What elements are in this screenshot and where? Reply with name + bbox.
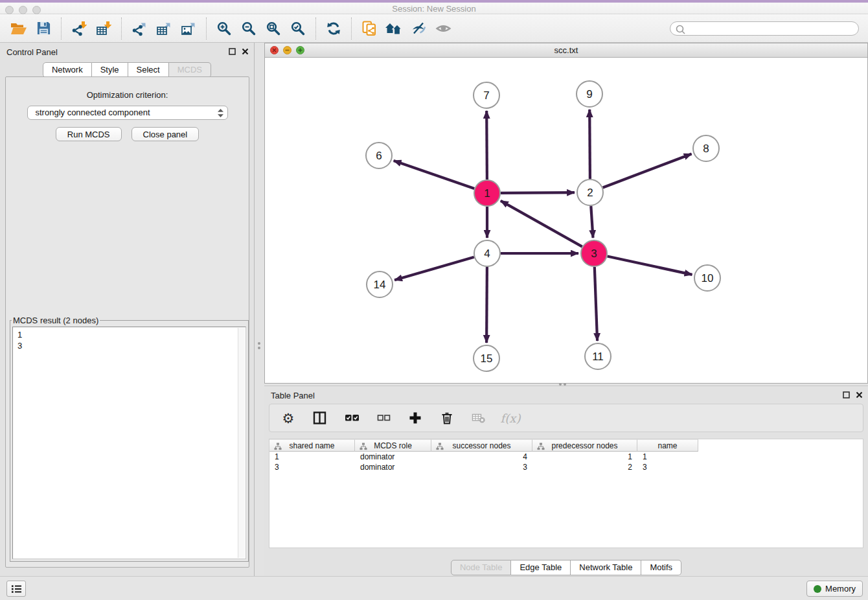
cell-name: 1 (637, 452, 698, 462)
column-tree-icon (537, 443, 545, 450)
node-3[interactable]: 3 (581, 240, 607, 266)
edge-4-15[interactable] (486, 267, 487, 343)
tab-style[interactable]: Style (92, 62, 128, 78)
tab-network-table[interactable]: Network Table (571, 560, 641, 575)
edge-1-7[interactable] (486, 111, 487, 179)
import-network-button[interactable] (67, 17, 91, 40)
edge-1-6[interactable] (394, 161, 475, 189)
zoom-fit-button[interactable] (261, 17, 286, 40)
optimization-criterion-label: Optimization criterion: (6, 90, 249, 100)
table-row[interactable]: 1dominator411 (269, 452, 863, 462)
edge-3-10[interactable] (608, 257, 692, 275)
import-table-button[interactable] (91, 17, 116, 40)
export-table-button[interactable] (152, 17, 176, 40)
node-7[interactable]: 7 (474, 82, 499, 108)
memory-label: Memory (825, 584, 856, 594)
network-canvas[interactable]: 7968124314101511 (265, 58, 867, 383)
task-history-button[interactable] (6, 581, 26, 597)
open-session-button[interactable] (6, 17, 31, 40)
control-panel-title: Control Panel (6, 47, 58, 57)
zoom-in-button[interactable] (212, 17, 236, 40)
select-all-button[interactable] (343, 408, 360, 428)
table-panel-header: Table Panel (264, 386, 868, 404)
criterion-dropdown[interactable]: strongly connected component (27, 106, 228, 120)
show-columns-button[interactable] (312, 408, 328, 428)
tab-select[interactable]: Select (128, 62, 169, 78)
node-10[interactable]: 10 (694, 265, 720, 291)
column-header-successor-nodes[interactable]: successor nodes (431, 439, 532, 452)
column-header-name[interactable]: name (637, 439, 698, 452)
save-session-button[interactable] (31, 17, 56, 40)
node-2[interactable]: 2 (577, 179, 603, 205)
show-graphics-details-button[interactable] (406, 17, 431, 40)
node-9[interactable]: 9 (577, 81, 602, 107)
network-view-window: scc.txt 7968124314101511 (264, 43, 868, 384)
tab-network[interactable]: Network (43, 62, 92, 78)
node-8[interactable]: 8 (693, 135, 719, 161)
toolbar-separator (61, 17, 62, 40)
edge-3-11[interactable] (595, 267, 597, 341)
node-label: 1 (484, 187, 490, 200)
edge-1-2[interactable] (501, 192, 575, 193)
main-toolbar (0, 14, 868, 43)
tab-mcds[interactable]: MCDS (169, 62, 211, 78)
column-header-predecessor-nodes[interactable]: predecessor nodes (532, 439, 637, 452)
close-panel-icon[interactable] (242, 48, 249, 55)
edge-2-3[interactable] (591, 206, 593, 238)
memory-button[interactable]: Memory (806, 581, 863, 597)
search-field[interactable] (670, 21, 859, 36)
tab-motifs[interactable]: Motifs (641, 560, 681, 575)
cell-shared-name: 3 (269, 462, 355, 472)
tab-node-table[interactable]: Node Table (451, 560, 512, 575)
home-networks-button[interactable] (382, 17, 406, 40)
clone-network-button[interactable] (357, 17, 382, 40)
add-column-button[interactable] (407, 408, 424, 428)
column-header-shared-name[interactable]: shared name (269, 439, 355, 452)
export-network-button[interactable] (127, 17, 152, 40)
refresh-layout-button[interactable] (321, 17, 346, 40)
float-panel-icon[interactable] (229, 48, 236, 55)
edge-2-9[interactable] (589, 110, 590, 179)
hide-details-button[interactable] (431, 17, 455, 40)
home-networks-icon (385, 21, 403, 36)
zoom-out-icon (241, 21, 257, 36)
result-scrollbar[interactable] (238, 328, 245, 558)
edge-3-1[interactable] (501, 201, 582, 247)
show-graphics-details-icon (411, 21, 426, 36)
node-label: 6 (376, 150, 382, 162)
zoom-selected-icon (290, 21, 306, 36)
node-1[interactable]: 1 (474, 180, 500, 206)
zoom-out-button[interactable] (236, 17, 261, 40)
function-builder-button[interactable]: f(x) (502, 408, 519, 428)
gear-icon: ⚙ (282, 411, 295, 425)
deselect-all-button[interactable] (375, 408, 392, 428)
node-6[interactable]: 6 (366, 143, 392, 168)
node-14[interactable]: 14 (367, 271, 393, 297)
table-row[interactable]: 3dominator323 (269, 462, 863, 472)
node-11[interactable]: 11 (585, 343, 611, 369)
export-image-button[interactable] (176, 17, 201, 40)
edge-4-14[interactable] (394, 257, 474, 281)
search-input[interactable] (687, 23, 853, 34)
edge-2-8[interactable] (603, 154, 692, 188)
column-header-mcds-role[interactable]: MCDS role (355, 439, 431, 452)
network-title: scc.txt (265, 45, 867, 55)
node-label: 8 (703, 143, 709, 155)
table-panel-title: Table Panel (271, 391, 315, 400)
delete-table-button[interactable] (470, 408, 487, 428)
close-table-panel-icon[interactable] (856, 391, 863, 398)
run-mcds-button[interactable]: Run MCDS (56, 127, 122, 141)
zoom-selected-button[interactable] (286, 17, 310, 40)
mcds-result-list[interactable]: 1 3 (12, 327, 246, 559)
float-table-panel-icon[interactable] (843, 391, 850, 398)
import-table-icon (96, 21, 111, 36)
close-panel-button[interactable]: Close panel (131, 127, 200, 141)
column-label: shared name (289, 441, 334, 450)
node-15[interactable]: 15 (474, 345, 499, 371)
tab-edge-table[interactable]: Edge Table (511, 560, 571, 575)
vertical-splitter[interactable] (255, 43, 264, 382)
table-settings-button[interactable]: ⚙ (280, 408, 297, 428)
delete-button[interactable] (439, 408, 455, 428)
node-4[interactable]: 4 (474, 240, 500, 266)
import-network-icon (71, 21, 87, 36)
